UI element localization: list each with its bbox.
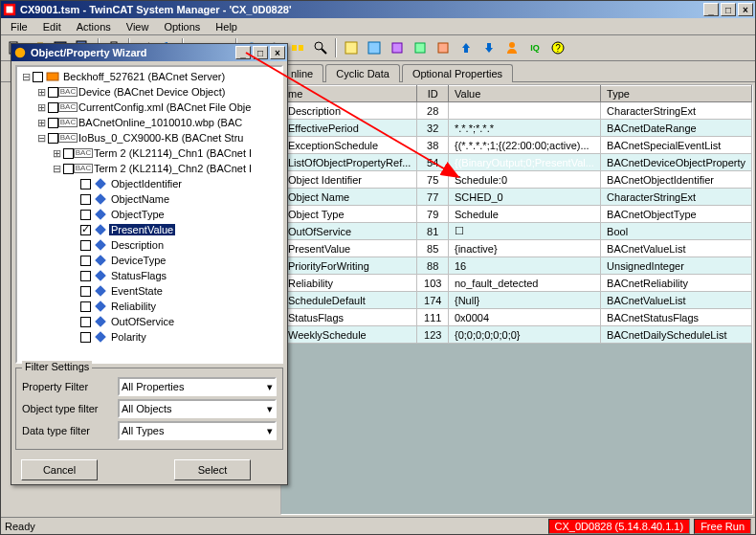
tree-iobus[interactable]: ⊟ BAC IoBus_0_CX9000-KB (BACnet Stru xyxy=(17,130,281,145)
tool-nc[interactable] xyxy=(410,37,431,58)
tab-cyclic[interactable]: Cyclic Data xyxy=(325,64,400,82)
tab-optional[interactable]: Optional Properties xyxy=(402,64,513,82)
tool-plc[interactable] xyxy=(387,37,408,58)
wizard-close[interactable]: × xyxy=(270,46,285,59)
col-type[interactable]: Type xyxy=(601,86,752,102)
tool-io3[interactable]: IQ xyxy=(524,37,545,58)
wizard-buttons: Cancel Select xyxy=(15,454,283,480)
col-value[interactable]: Value xyxy=(449,86,601,102)
tool-search[interactable] xyxy=(310,37,331,58)
tool-help[interactable]: ? xyxy=(547,37,568,58)
diamond-icon xyxy=(94,285,107,297)
prop-objecttype[interactable]: ObjectType xyxy=(17,207,281,222)
cell-value[interactable]: no_fault_detected xyxy=(449,275,601,292)
prop-objectname[interactable]: ObjectName xyxy=(17,191,281,207)
prop-polarity[interactable]: Polarity xyxy=(17,329,281,345)
diamond-icon xyxy=(94,239,107,251)
object-filter-combo[interactable]: All Objects▾ xyxy=(118,399,277,418)
cell-value[interactable]: {(BinaryOutput;0;PresentVal... xyxy=(449,154,601,171)
tree-device[interactable]: ⊞ BAC Device (BACnet Device Object) xyxy=(17,84,281,100)
tool-io2[interactable] xyxy=(364,37,385,58)
table-row[interactable]: ListOfObjectPropertyRef...54{(BinaryOutp… xyxy=(282,154,752,171)
cell-type: CharacterStringExt xyxy=(601,102,752,120)
tool-stepup[interactable] xyxy=(456,37,477,58)
minimize-button[interactable]: _ xyxy=(703,3,719,16)
tool-io1[interactable] xyxy=(341,37,362,58)
cell-type: BACnetDeviceObjectProperty xyxy=(601,154,752,171)
tree-config[interactable]: ⊞ BAC CurrentConfig.xml (BACnet File Obj… xyxy=(17,100,281,115)
cell-value[interactable]: ☐ xyxy=(449,223,601,240)
prop-statusflags[interactable]: StatusFlags xyxy=(17,268,281,283)
menu-file[interactable]: File xyxy=(3,20,35,33)
table-row[interactable]: Object Name77SCHED_0CharacterStringExt xyxy=(282,189,752,206)
cell-value[interactable]: Schedule xyxy=(449,206,601,223)
tool-stepdown[interactable] xyxy=(478,37,500,58)
cancel-button[interactable]: Cancel xyxy=(21,459,98,480)
prop-presentvalue[interactable]: PresentValue xyxy=(17,222,281,237)
property-grid-wrap[interactable]: me ID Value Type Description28CharacterS… xyxy=(280,84,753,515)
table-row[interactable]: Reliability103no_fault_detectedBACnetRel… xyxy=(282,275,752,292)
col-name[interactable]: me xyxy=(282,86,417,102)
table-row[interactable]: EffectivePeriod32*.*.*;*.*.*BACnetDateRa… xyxy=(282,120,752,137)
menu-actions[interactable]: Actions xyxy=(69,20,119,33)
table-row[interactable]: WeeklySchedule123{0;0;0;0;0;0;0}BACnetDa… xyxy=(282,326,752,344)
table-row[interactable]: Object Type79ScheduleBACnetObjectType xyxy=(282,206,752,223)
tool-devices[interactable] xyxy=(287,37,308,58)
cell-value[interactable]: {Null} xyxy=(449,292,601,309)
tool-term[interactable] xyxy=(433,37,454,58)
svg-text:?: ? xyxy=(555,43,561,54)
data-filter-combo[interactable]: All Types▾ xyxy=(118,421,277,440)
table-row[interactable]: PriorityForWriting8816UnsignedInteger xyxy=(282,257,752,275)
diamond-icon xyxy=(94,316,107,327)
prop-reliability[interactable]: Reliability xyxy=(17,299,281,314)
table-row[interactable]: Description28CharacterStringExt xyxy=(282,102,752,120)
table-row[interactable]: Object Identifier75Schedule:0BACnetObjec… xyxy=(282,171,752,189)
cell-value[interactable]: SCHED_0 xyxy=(449,189,601,206)
tool-member[interactable] xyxy=(501,37,523,58)
prop-eventstate[interactable]: EventState xyxy=(17,283,281,299)
property-filter-combo[interactable]: All Properties▾ xyxy=(118,377,277,396)
cell-value[interactable]: 0x0004 xyxy=(449,309,601,326)
cell-value[interactable]: *.*.*;*.*.* xyxy=(449,120,601,137)
cell-value[interactable]: Schedule:0 xyxy=(449,171,601,189)
cell-value[interactable]: {(*.*.*.*;1;{(22:00:00;active)... xyxy=(449,137,601,154)
diamond-icon xyxy=(94,255,107,266)
table-row[interactable]: ExceptionSchedule38{(*.*.*.*;1;{(22:00:0… xyxy=(282,137,752,154)
cell-id: 88 xyxy=(417,257,449,275)
wizard-max[interactable]: □ xyxy=(253,46,268,59)
menu-edit[interactable]: Edit xyxy=(35,20,69,33)
cell-value[interactable]: 16 xyxy=(449,257,601,275)
bacnet-icon: BAC xyxy=(61,101,75,113)
svg-point-24 xyxy=(509,42,515,48)
close-button[interactable]: × xyxy=(738,3,753,16)
select-button[interactable]: Select xyxy=(174,459,251,480)
maximize-button[interactable]: □ xyxy=(721,3,736,16)
cell-id: 79 xyxy=(417,206,449,223)
prop-description[interactable]: Description xyxy=(17,237,281,253)
prop-devicetype[interactable]: DeviceType xyxy=(17,253,281,268)
menu-view[interactable]: View xyxy=(119,20,157,33)
data-filter-label: Data type filter xyxy=(22,425,118,436)
table-row[interactable]: OutOfService81☐Bool xyxy=(282,223,752,240)
tree-view[interactable]: ⊟ Beckhoff_527621 (BACnet Server) ⊞ BAC … xyxy=(15,65,283,364)
tree-root[interactable]: ⊟ Beckhoff_527621 (BACnet Server) xyxy=(17,69,281,84)
cell-value[interactable]: {inactive} xyxy=(449,240,601,257)
prop-outofservice[interactable]: OutOfService xyxy=(17,314,281,329)
svg-rect-21 xyxy=(438,43,448,53)
tree-term1[interactable]: ⊞ BAC Term 2 (KL2114)_Chn1 (BACnet I xyxy=(17,145,281,161)
menu-help[interactable]: Help xyxy=(208,20,245,33)
tree-online[interactable]: ⊞ BAC BACnetOnline_1010010.wbp (BAC xyxy=(17,115,281,130)
tree-term2[interactable]: ⊟ BAC Term 2 (KL2114)_Chn2 (BACnet I xyxy=(17,161,281,176)
cell-value[interactable]: {0;0;0;0;0;0;0} xyxy=(449,326,601,344)
menu-options[interactable]: Options xyxy=(156,20,208,33)
svg-rect-1 xyxy=(7,7,13,13)
prop-objectidentifier[interactable]: ObjectIdentifier xyxy=(17,176,281,191)
col-id[interactable]: ID xyxy=(417,86,449,102)
table-row[interactable]: StatusFlags1110x0004BACnetStatusFlags xyxy=(282,309,752,326)
table-row[interactable]: PresentValue85{inactive}BACnetValueList xyxy=(282,240,752,257)
svg-rect-22 xyxy=(464,48,468,53)
svg-rect-23 xyxy=(487,43,491,48)
cell-value[interactable] xyxy=(449,102,601,120)
table-row[interactable]: ScheduleDefault174{Null}BACnetValueList xyxy=(282,292,752,309)
wizard-min[interactable]: _ xyxy=(235,46,251,59)
